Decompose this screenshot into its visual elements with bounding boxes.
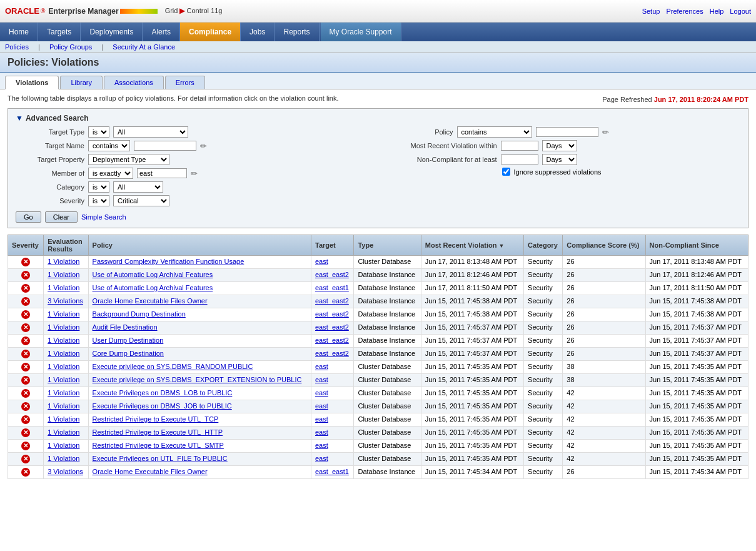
nav-targets[interactable]: Targets — [38, 23, 81, 41]
search-buttons: Go Clear Simple Search — [16, 211, 740, 223]
simple-search-link[interactable]: Simple Search — [81, 213, 126, 221]
tab-errors[interactable]: Errors — [165, 76, 205, 89]
target-link[interactable]: east_east2 — [315, 350, 349, 357]
policy-link[interactable]: Restricted Privilege to Execute UTL_TCP — [93, 415, 219, 423]
go-button[interactable]: Go — [16, 211, 41, 223]
violation-link[interactable]: 1 Violation — [48, 310, 79, 318]
policy-link[interactable]: Use of Automatic Log Archival Features — [93, 284, 213, 291]
col-policy: Policy — [88, 235, 311, 256]
tab-library[interactable]: Library — [60, 76, 103, 89]
policy-link[interactable]: Oracle Home Executable Files Owner — [93, 468, 208, 475]
target-type-op-select[interactable]: is — [88, 126, 109, 138]
target-link[interactable]: east — [315, 363, 328, 370]
member-of-input[interactable] — [137, 168, 187, 178]
violation-link[interactable]: 1 Violation — [48, 258, 79, 265]
nav-deployments[interactable]: Deployments — [81, 23, 143, 41]
target-link[interactable]: east_east1 — [315, 468, 349, 475]
help-link[interactable]: Help — [710, 8, 724, 15]
subnav-policy-groups[interactable]: Policy Groups — [49, 43, 92, 51]
subnav-security-at-a-glance[interactable]: Security At a Glance — [113, 43, 175, 51]
policy-link[interactable]: Restricted Privilege to Execute UTL_HTTP — [93, 428, 223, 436]
logout-link[interactable]: Logout — [730, 8, 751, 15]
setup-link[interactable]: Setup — [642, 8, 660, 15]
violation-link[interactable]: 1 Violation — [48, 442, 79, 449]
target-property-select[interactable]: Deployment Type — [88, 154, 169, 165]
policy-link[interactable]: Execute Privileges on UTL_FILE To PUBLIC — [93, 455, 228, 462]
category-op-select[interactable]: is — [88, 181, 109, 193]
table-row: ✕ 3 Violations Oracle Home Executable Fi… — [8, 466, 748, 479]
target-link[interactable]: east — [315, 442, 328, 449]
nav-reports[interactable]: Reports — [275, 23, 319, 41]
policy-link[interactable]: Execute Privileges on DBMS_LOB to PUBLIC — [93, 389, 233, 397]
member-of-pencil-icon[interactable]: ✏ — [191, 169, 198, 178]
policy-op-select[interactable]: contains — [457, 126, 532, 138]
target-link[interactable]: east — [315, 455, 328, 462]
policy-link[interactable]: Use of Automatic Log Archival Features — [93, 271, 213, 278]
clear-button[interactable]: Clear — [45, 211, 78, 223]
policy-link[interactable]: User Dump Destination — [93, 336, 164, 344]
policy-link[interactable]: Execute privilege on SYS.DBMS_EXPORT_EXT… — [93, 376, 302, 383]
violation-link[interactable]: 1 Violation — [48, 402, 79, 410]
preferences-link[interactable]: Preferences — [666, 8, 703, 15]
target-link[interactable]: east_east2 — [315, 336, 349, 344]
target-link[interactable]: east_east2 — [315, 271, 349, 278]
target-link[interactable]: east_east2 — [315, 323, 349, 331]
severity-value-select[interactable]: Critical Warning — [113, 195, 169, 206]
policy-link[interactable]: Core Dump Destination — [93, 350, 164, 357]
policy-cell: Audit File Destination — [88, 321, 311, 335]
tab-associations[interactable]: Associations — [104, 76, 164, 89]
violation-link[interactable]: 3 Violations — [48, 468, 83, 475]
target-type-value-select[interactable]: All Database Host — [113, 126, 188, 138]
target-link[interactable]: east — [315, 389, 328, 397]
violation-link[interactable]: 1 Violation — [48, 350, 79, 357]
policy-pencil-icon[interactable]: ✏ — [602, 128, 609, 137]
violation-link[interactable]: 3 Violations — [48, 297, 83, 305]
violation-link[interactable]: 1 Violation — [48, 455, 79, 462]
policy-link[interactable]: Execute privilege on SYS.DBMS_RANDOM PUB… — [93, 363, 253, 370]
gradient-bar — [120, 9, 158, 14]
most-recent-input[interactable] — [501, 141, 538, 151]
non-compliant-since-cell: Jun 15, 2011 7:45:37 AM PDT — [645, 335, 748, 348]
target-link[interactable]: east — [315, 376, 328, 383]
target-name-pencil-icon[interactable]: ✏ — [200, 141, 207, 151]
violation-link[interactable]: 1 Violation — [48, 271, 79, 278]
violation-link[interactable]: 1 Violation — [48, 415, 79, 423]
most-recent-unit-select[interactable]: Days Hours — [542, 140, 577, 151]
target-link[interactable]: east — [315, 428, 328, 436]
target-link[interactable]: east — [315, 415, 328, 423]
target-name-input[interactable] — [134, 141, 196, 151]
policy-link[interactable]: Password Complexity Verification Functio… — [93, 258, 244, 265]
target-link[interactable]: east_east2 — [315, 310, 349, 318]
nav-my-oracle-support[interactable]: My Oracle Support — [321, 23, 401, 41]
violation-link[interactable]: 1 Violation — [48, 389, 79, 397]
target-link[interactable]: east — [315, 258, 328, 265]
nav-jobs[interactable]: Jobs — [241, 23, 275, 41]
nav-compliance[interactable]: Compliance — [180, 23, 241, 41]
nav-alerts[interactable]: Alerts — [143, 23, 180, 41]
violation-link[interactable]: 1 Violation — [48, 363, 79, 370]
target-link[interactable]: east_east1 — [315, 284, 349, 291]
policy-link[interactable]: Oracle Home Executable Files Owner — [93, 297, 208, 305]
category-value-select[interactable]: All Security — [113, 181, 163, 193]
target-link[interactable]: east — [315, 402, 328, 410]
policy-link[interactable]: Restricted Privilege to Execute UTL_SMTP — [93, 442, 224, 449]
violation-link[interactable]: 1 Violation — [48, 323, 79, 331]
ignore-suppressed-checkbox[interactable] — [502, 168, 510, 176]
violation-link[interactable]: 1 Violation — [48, 336, 79, 344]
violation-link[interactable]: 1 Violation — [48, 376, 79, 383]
policy-input[interactable] — [536, 127, 598, 137]
tab-violations[interactable]: Violations — [5, 76, 59, 89]
violation-link[interactable]: 1 Violation — [48, 284, 79, 291]
policy-link[interactable]: Execute Privileges on DBMS_JOB to PUBLIC — [93, 402, 232, 410]
non-compliant-input[interactable] — [501, 154, 538, 164]
member-of-op-select[interactable]: is exactly contains — [88, 168, 133, 179]
policy-link[interactable]: Audit File Destination — [93, 323, 158, 331]
nav-home[interactable]: Home — [0, 23, 38, 41]
non-compliant-unit-select[interactable]: Days Hours — [542, 154, 577, 165]
target-link[interactable]: east_east2 — [315, 297, 349, 305]
severity-op-select[interactable]: is — [88, 195, 109, 206]
subnav-policies[interactable]: Policies — [5, 43, 29, 51]
violation-link[interactable]: 1 Violation — [48, 428, 79, 436]
policy-link[interactable]: Background Dump Destination — [93, 310, 186, 318]
target-name-op-select[interactable]: contains equals — [88, 140, 130, 151]
